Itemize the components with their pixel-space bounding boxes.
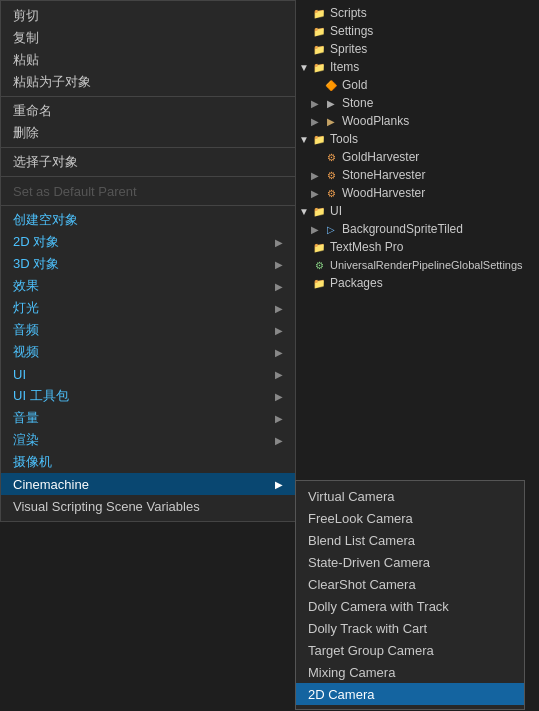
settings-icon: ⚙: [311, 257, 327, 273]
menu-item-visual-scripting[interactable]: Visual Scripting Scene Variables: [1, 495, 295, 517]
menu-item-select-children[interactable]: 选择子对象: [1, 151, 295, 173]
wood-icon: ▶: [323, 113, 339, 129]
menu-item-ui[interactable]: UI ▶: [1, 363, 295, 385]
tree-label: Scripts: [330, 6, 367, 20]
menu-item-camera[interactable]: 摄像机: [1, 451, 295, 473]
submenu-label: 2D Camera: [308, 687, 374, 702]
tree-label: UI: [330, 204, 342, 218]
menu-label: 摄像机: [13, 453, 52, 471]
tree-item[interactable]: ▶ ▷ BackgroundSpriteTiled: [295, 220, 539, 238]
tree-label: Packages: [330, 276, 383, 290]
submenu-item-state-driven-camera[interactable]: State-Driven Camera: [296, 551, 524, 573]
tree-arrow: ▶: [311, 170, 323, 181]
submenu-item-2d-camera[interactable]: 2D Camera: [296, 683, 524, 705]
folder-icon: 📁: [311, 239, 327, 255]
submenu-label: ClearShot Camera: [308, 577, 416, 592]
menu-label: Visual Scripting Scene Variables: [13, 499, 200, 514]
menu-item-video[interactable]: 视频 ▶: [1, 341, 295, 363]
tree-item[interactable]: ▼ 📁 Tools: [295, 130, 539, 148]
tree-item[interactable]: ⚙ UniversalRenderPipelineGlobalSettings: [295, 256, 539, 274]
menu-item-paste-child[interactable]: 粘贴为子对象: [1, 71, 295, 93]
tree-item[interactable]: ▶ ▶ Stone: [295, 94, 539, 112]
chevron-right-icon: ▶: [275, 391, 283, 402]
tree-item[interactable]: 📁 Scripts: [295, 4, 539, 22]
tree-label: UniversalRenderPipelineGlobalSettings: [330, 259, 523, 271]
folder-icon: 📁: [311, 275, 327, 291]
menu-item-3d[interactable]: 3D 对象 ▶: [1, 253, 295, 275]
menu-item-audio[interactable]: 音频 ▶: [1, 319, 295, 341]
menu-item-lights[interactable]: 灯光 ▶: [1, 297, 295, 319]
menu-label: 视频: [13, 343, 39, 361]
tree-item[interactable]: ⚙ GoldHarvester: [295, 148, 539, 166]
tree-item[interactable]: ▶ ▶ WoodPlanks: [295, 112, 539, 130]
menu-item-ui-toolkit[interactable]: UI 工具包 ▶: [1, 385, 295, 407]
harvester-icon: ⚙: [323, 149, 339, 165]
submenu-label: Mixing Camera: [308, 665, 395, 680]
submenu-item-mixing-camera[interactable]: Mixing Camera: [296, 661, 524, 683]
harvester-icon: ⚙: [323, 185, 339, 201]
menu-item-set-default-parent: Set as Default Parent: [1, 180, 295, 202]
tree-item[interactable]: ▶ ⚙ StoneHarvester: [295, 166, 539, 184]
menu-label: 重命名: [13, 102, 52, 120]
submenu-item-target-group-camera[interactable]: Target Group Camera: [296, 639, 524, 661]
menu-item-render[interactable]: 渲染 ▶: [1, 429, 295, 451]
tree-item[interactable]: 📁 Packages: [295, 274, 539, 292]
folder-icon: 📁: [311, 23, 327, 39]
chevron-right-icon: ▶: [275, 281, 283, 292]
submenu-label: Dolly Camera with Track: [308, 599, 449, 614]
submenu-item-virtual-camera[interactable]: Virtual Camera: [296, 485, 524, 507]
menu-label: 音频: [13, 321, 39, 339]
tree-label: Settings: [330, 24, 373, 38]
menu-label: 创建空对象: [13, 211, 78, 229]
submenu-item-freelook-camera[interactable]: FreeLook Camera: [296, 507, 524, 529]
submenu-item-dolly-track-cart[interactable]: Dolly Track with Cart: [296, 617, 524, 639]
menu-separator: [1, 147, 295, 148]
tree-arrow: ▼: [299, 206, 311, 217]
menu-item-rename[interactable]: 重命名: [1, 100, 295, 122]
menu-label: 3D 对象: [13, 255, 59, 273]
menu-item-cut[interactable]: 剪切: [1, 5, 295, 27]
menu-item-delete[interactable]: 删除: [1, 122, 295, 144]
chevron-right-icon: ▶: [275, 369, 283, 380]
folder-icon: 📁: [311, 131, 327, 147]
tree-label: StoneHarvester: [342, 168, 425, 182]
menu-label: 删除: [13, 124, 39, 142]
cinemachine-submenu: Virtual Camera FreeLook Camera Blend Lis…: [295, 480, 525, 710]
menu-separator: [1, 176, 295, 177]
menu-label: 音量: [13, 409, 39, 427]
chevron-right-icon: ▶: [275, 347, 283, 358]
folder-icon: 📁: [311, 59, 327, 75]
folder-icon: 📁: [311, 41, 327, 57]
folder-icon: 📁: [311, 203, 327, 219]
menu-item-cinemachine[interactable]: Cinemachine ▶: [1, 473, 295, 495]
tree-item[interactable]: ▼ 📁 Items: [295, 58, 539, 76]
menu-label: UI 工具包: [13, 387, 69, 405]
submenu-item-clearshot-camera[interactable]: ClearShot Camera: [296, 573, 524, 595]
tree-item[interactable]: 📁 TextMesh Pro: [295, 238, 539, 256]
menu-label: 2D 对象: [13, 233, 59, 251]
menu-item-paste[interactable]: 粘贴: [1, 49, 295, 71]
tree-arrow: ▶: [311, 188, 323, 199]
menu-item-volume[interactable]: 音量 ▶: [1, 407, 295, 429]
tree-item[interactable]: ▶ ⚙ WoodHarvester: [295, 184, 539, 202]
tree-item[interactable]: 📁 Settings: [295, 22, 539, 40]
chevron-right-icon: ▶: [275, 413, 283, 424]
stone-icon: ▶: [323, 95, 339, 111]
chevron-right-icon: ▶: [275, 325, 283, 336]
tree-arrow: ▼: [299, 134, 311, 145]
menu-item-2d[interactable]: 2D 对象 ▶: [1, 231, 295, 253]
folder-icon: 📁: [311, 5, 327, 21]
menu-item-effects[interactable]: 效果 ▶: [1, 275, 295, 297]
menu-item-create-empty[interactable]: 创建空对象: [1, 209, 295, 231]
tree-item[interactable]: ▼ 📁 UI: [295, 202, 539, 220]
tree-item[interactable]: 🔶 Gold: [295, 76, 539, 94]
menu-label: 粘贴: [13, 51, 39, 69]
submenu-item-dolly-camera-track[interactable]: Dolly Camera with Track: [296, 595, 524, 617]
context-menu: 剪切 复制 粘贴 粘贴为子对象 重命名 删除 选择子对象 Set as Defa…: [0, 0, 296, 522]
chevron-right-icon: ▶: [275, 259, 283, 270]
tree-label: WoodPlanks: [342, 114, 409, 128]
tree-item[interactable]: 📁 Sprites: [295, 40, 539, 58]
menu-item-copy[interactable]: 复制: [1, 27, 295, 49]
submenu-item-blend-list-camera[interactable]: Blend List Camera: [296, 529, 524, 551]
chevron-right-icon: ▶: [275, 479, 283, 490]
